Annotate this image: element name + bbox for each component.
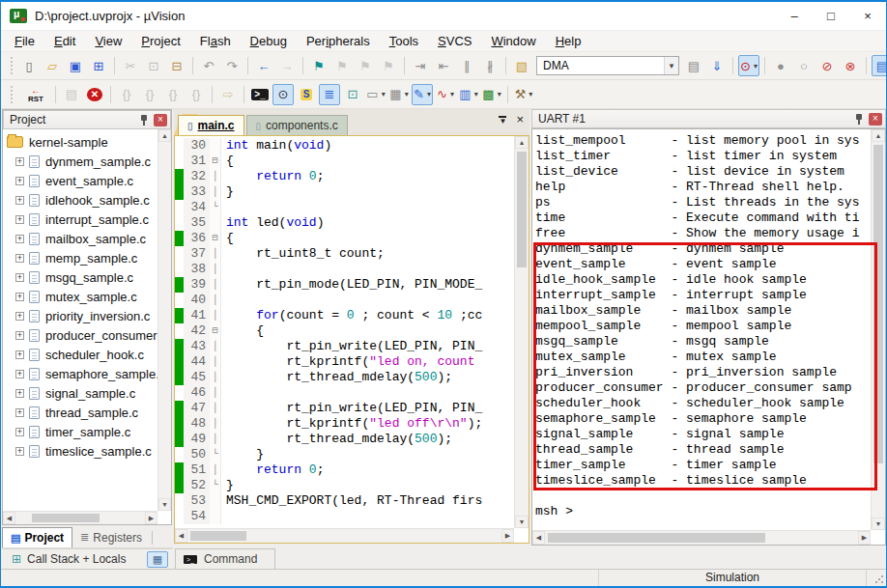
callstack-window-button[interactable]: ⊡: [342, 84, 363, 105]
maximize-button[interactable]: □: [813, 2, 849, 30]
code-line[interactable]: 47│ rt_pin_write(LED_PIN, PIN_: [175, 401, 514, 416]
chevron-down-icon[interactable]: ▾: [405, 90, 409, 98]
scrollbar-thumb[interactable]: [517, 152, 527, 267]
code-line[interactable]: 53MSH_CMD_EXPORT(led, RT-Thread firs: [175, 493, 514, 509]
fold-marker[interactable]: ⊟: [210, 323, 221, 339]
toolbox-dropdown[interactable]: ⚒▾: [513, 84, 534, 105]
menu-peripherals[interactable]: Peripherals: [297, 31, 380, 52]
scroll-right-icon[interactable]: ▶: [145, 512, 157, 524]
code-line[interactable]: 39│ rt_pin_mode(LED_PIN, PIN_MODE_: [175, 277, 514, 293]
expand-icon[interactable]: +: [15, 312, 24, 321]
watch-windows-dropdown[interactable]: ▭▾: [365, 84, 386, 105]
code-line[interactable]: 40│: [175, 293, 514, 308]
tree-item-dynmem_sample-c[interactable]: +dynmem_sample.c: [3, 152, 157, 171]
pin-icon[interactable]: [139, 114, 149, 126]
chevron-down-icon[interactable]: ▾: [450, 90, 454, 98]
code-line[interactable]: 36⊟{: [175, 231, 514, 246]
redo-button[interactable]: ↷: [221, 55, 243, 76]
resize-grip-icon[interactable]: [874, 574, 884, 584]
expand-icon[interactable]: +: [15, 408, 24, 417]
editor-vertical-scrollbar[interactable]: ▲ ▼: [514, 136, 529, 528]
scroll-up-icon[interactable]: ▲: [515, 136, 529, 149]
options-for-target-button[interactable]: ▧: [511, 55, 532, 76]
expand-icon[interactable]: +: [15, 215, 24, 224]
scroll-down-icon[interactable]: ▼: [872, 518, 885, 530]
insert-bookmark-button[interactable]: ⚑: [308, 55, 329, 76]
trace-windows-dropdown[interactable]: ▥▾: [458, 84, 479, 105]
expand-icon[interactable]: +: [15, 389, 24, 398]
code-line[interactable]: 50└ }: [175, 447, 514, 462]
memory-window-icon[interactable]: ▦: [147, 551, 168, 568]
close-icon[interactable]: ×: [869, 113, 882, 126]
tree-root-kernel-sample[interactable]: kernel-sample: [3, 132, 157, 152]
copy-button[interactable]: ⊡: [143, 55, 164, 76]
code-line[interactable]: 31⊟{: [175, 154, 514, 169]
uart-horizontal-scrollbar[interactable]: ◀ ▶: [532, 530, 871, 545]
chevron-down-icon[interactable]: ▾: [474, 90, 478, 98]
chevron-down-icon[interactable]: ▾: [754, 62, 758, 70]
pin-icon[interactable]: [854, 113, 864, 126]
menu-svcs[interactable]: SVCS: [428, 31, 481, 52]
symbol-window-button[interactable]: S: [296, 84, 317, 105]
expand-icon[interactable]: +: [15, 273, 24, 282]
tree-item-mailbox_sample-c[interactable]: +mailbox_sample.c: [3, 229, 157, 248]
expand-icon[interactable]: +: [15, 293, 24, 301]
tree-item-thread_sample-c[interactable]: +thread_sample.c: [3, 403, 157, 422]
close-document-icon[interactable]: ×: [516, 115, 524, 125]
scrollbar-thumb[interactable]: [873, 145, 883, 463]
scroll-left-icon[interactable]: ◀: [175, 529, 187, 543]
code-editor[interactable]: 30int main(void)31⊟{32│ return 0;33│}34└…: [174, 135, 529, 544]
expand-icon[interactable]: +: [15, 196, 24, 205]
expand-icon[interactable]: +: [15, 254, 24, 263]
run-button[interactable]: ⇨: [217, 84, 239, 105]
expand-icon[interactable]: +: [15, 370, 24, 378]
tree-item-producer_consumer-c[interactable]: +producer_consumer.c: [3, 325, 157, 345]
code-line[interactable]: 51│ return 0;: [175, 462, 514, 478]
system-viewer-dropdown[interactable]: ▩▾: [481, 84, 502, 105]
code-line[interactable]: 45│ rt_thread_mdelay(500);: [175, 370, 514, 385]
code-line[interactable]: 33│}: [175, 184, 514, 200]
close-icon[interactable]: ×: [154, 114, 167, 126]
minimize-button[interactable]: –: [776, 2, 813, 30]
show-next-statement-button[interactable]: ▤: [61, 84, 82, 105]
project-window-toggle[interactable]: ▤: [872, 55, 887, 76]
menu-file[interactable]: File: [5, 31, 44, 52]
tree-item-signal_sample-c[interactable]: +signal_sample.c: [3, 383, 157, 403]
previous-bookmark-button[interactable]: ⚑: [331, 55, 353, 76]
tree-item-priority_inversion-c[interactable]: +priority_inversion.c: [3, 306, 157, 325]
navigate-back-button[interactable]: ←: [253, 55, 274, 76]
serial-windows-dropdown[interactable]: ✎▾: [412, 84, 433, 105]
tree-item-idlehook_sample-c[interactable]: +idlehook_sample.c: [3, 190, 157, 210]
fold-marker[interactable]: ⊟: [210, 231, 221, 246]
tree-item-scheduler_hook-c[interactable]: +scheduler_hook.c: [3, 345, 157, 364]
paste-button[interactable]: ⊟: [166, 55, 187, 76]
command-window-button[interactable]: >_: [249, 84, 271, 105]
code-line[interactable]: 48│ rt_kprintf("led off\r\n");: [175, 416, 514, 432]
unindent-button[interactable]: ⇤: [433, 55, 454, 76]
menu-flash[interactable]: Flash: [190, 31, 241, 52]
callstack-bar[interactable]: ⊞ Call Stack + Locals ▦: [2, 548, 172, 569]
step-over-button[interactable]: {}: [139, 84, 160, 105]
expand-icon[interactable]: +: [15, 447, 24, 456]
scroll-left-icon[interactable]: ◀: [3, 512, 15, 524]
memory-windows-dropdown[interactable]: ▦▾: [388, 84, 410, 105]
find-in-files-button[interactable]: ⇓: [706, 55, 728, 76]
tree-item-event_sample-c[interactable]: +event_sample.c: [3, 171, 157, 190]
code-line[interactable]: 34└: [175, 200, 514, 215]
menu-window[interactable]: Window: [481, 31, 545, 52]
project-vertical-scrollbar[interactable]: ▲ ▼: [157, 129, 171, 511]
insert-breakpoint-button[interactable]: ●: [770, 55, 791, 76]
code-line[interactable]: 30int main(void): [175, 138, 514, 154]
disassembly-window-button[interactable]: ⊙: [272, 84, 294, 105]
code-line[interactable]: 38│: [175, 262, 514, 277]
scroll-right-icon[interactable]: ▶: [858, 531, 871, 545]
menu-edit[interactable]: Edit: [44, 31, 85, 52]
expand-icon[interactable]: +: [15, 428, 24, 436]
analysis-windows-dropdown[interactable]: ∿▾: [435, 84, 456, 105]
scrollbar-thumb[interactable]: [548, 533, 765, 543]
target-select[interactable]: DMA▾: [536, 56, 679, 75]
editor-horizontal-scrollbar[interactable]: ◀ ▶: [175, 528, 514, 543]
scroll-right-icon[interactable]: ▶: [501, 529, 514, 543]
uncomment-button[interactable]: ∦: [479, 55, 501, 76]
code-line[interactable]: 44│ rt_kprintf("led on, count: [175, 354, 514, 370]
